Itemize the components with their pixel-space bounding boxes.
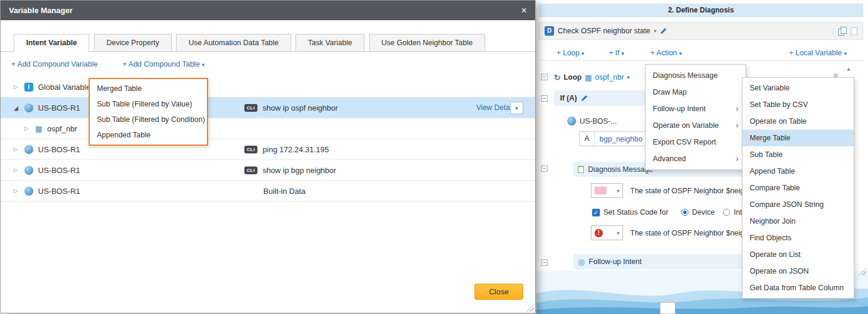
chevron-down-icon: ▾ [621, 51, 624, 56]
menu-item-compare-table[interactable]: Compare Table [743, 180, 854, 196]
menu-item-export-csv-report[interactable]: Export CSV Report [646, 134, 746, 150]
collapse-toggle[interactable]: − [541, 165, 548, 172]
menu-item-set-variable[interactable]: Set Variable [743, 80, 854, 96]
table-icon: ▦ [584, 73, 592, 82]
tab-task-variable[interactable]: Task Variable [295, 34, 364, 52]
tab-intent-variable[interactable]: Intent Variable [14, 34, 89, 52]
menu-item-merge-table[interactable]: Merge Table [743, 130, 854, 146]
collapse-arrow-icon[interactable]: ◢ [14, 105, 21, 111]
condition-variable: bgp_neighbo [595, 135, 642, 143]
tab-use-automation-data-table[interactable]: Use Automation Data Table [176, 34, 291, 52]
menu-item-compare-json-string[interactable]: Compare JSON String [743, 196, 854, 213]
menu-item-neighbor-join[interactable]: Neighbor Join [743, 213, 854, 230]
message-text[interactable]: The state of OSPF Neighbor $neig [630, 187, 744, 195]
menu-item-appended-table[interactable]: Appended Table [90, 127, 207, 143]
status-code-label: Set Status Code for [603, 208, 668, 216]
severity-select[interactable]: ! ▾ [591, 225, 623, 240]
menu-item-append-table[interactable]: Append Table [743, 163, 854, 180]
close-button[interactable]: Close [474, 284, 523, 300]
edit-icon[interactable] [660, 27, 667, 34]
table-icon: ▦ [35, 124, 42, 133]
dialog-resize-grip[interactable] [526, 303, 534, 312]
menu-item-operate-on-variable[interactable]: Operate on Variable› [646, 117, 746, 134]
tree-row-us-bos-r1-bgp[interactable]: ▷ US-BOS-R1 CLIshow ip bgp neighbor [1, 160, 535, 181]
tree-row-us-bos-r1-ping[interactable]: ▷ US-BOS-R1 CLIping 172.24.31.195 [1, 139, 535, 160]
menu-item-draw-map[interactable]: Draw Map [646, 84, 746, 101]
menu-item-operate-on-json[interactable]: Operate on JSON [743, 263, 854, 280]
radio-interface[interactable] [723, 209, 730, 216]
variable-manager-dialog: Variable Manager × Intent Variable Devic… [0, 0, 536, 313]
edit-icon[interactable] [581, 95, 588, 102]
add-loop-button[interactable]: + Loop ▾ [556, 49, 584, 57]
view-detail-dropdown[interactable]: ▾ [510, 102, 523, 114]
menu-item-sub-table-filtered-by-condition[interactable]: Sub Table (Filtered by Condition) [90, 112, 207, 127]
cli-badge: CLI [244, 167, 257, 174]
message-row: ▾ The state of OSPF Neighbor $neig [591, 183, 744, 198]
expand-arrow-icon[interactable]: ▷ [14, 146, 21, 152]
condition-prefix: A [580, 132, 595, 146]
copy-icon[interactable] [838, 27, 847, 36]
chevron-down-icon: ▾ [617, 230, 619, 236]
command-text: Built-in Data [263, 187, 306, 196]
clipboard-icon[interactable] [851, 27, 857, 35]
color-select[interactable]: ▾ [591, 183, 623, 198]
add-compound-variable-link[interactable]: + Add Compound Variable [11, 60, 98, 68]
loop-variable-link[interactable]: ospf_nbr [595, 73, 624, 81]
expand-arrow-icon[interactable]: ▷ [14, 167, 21, 173]
tree-row-label: US-BOS-R1 [38, 145, 80, 154]
tree-row-us-bos-r1-ospf[interactable]: ◢ US-BOS-R1 CLIshow ip ospf neighbor Vie… [1, 98, 535, 118]
tab-device-property[interactable]: Device Property [94, 34, 172, 52]
command-text: show ip bgp neighbor [263, 166, 336, 175]
collapse-toggle[interactable]: − [541, 95, 548, 102]
chevron-down-icon[interactable]: ▾ [654, 28, 657, 34]
collapse-toggle[interactable]: − [541, 259, 548, 266]
add-compound-table-link[interactable]: + Add Compound Table ▾ [122, 60, 205, 68]
tree-row-label: US-BOS-R1 [38, 166, 80, 175]
status-code-row: ✓ Set Status Code for Device Int [592, 208, 742, 216]
add-action-button[interactable]: + Action ▾ [650, 49, 682, 57]
diagnosis-message-label: Diagnosis Message [588, 165, 653, 174]
menu-item-operate-on-table[interactable]: Operate on Table [743, 113, 854, 130]
add-if-button[interactable]: + If ▾ [609, 49, 624, 57]
expand-arrow-icon[interactable]: ▷ [14, 84, 21, 90]
close-icon[interactable]: × [521, 5, 527, 16]
view-detail-link[interactable]: View Detail [476, 103, 513, 112]
menu-item-sub-table-filtered-by-value[interactable]: Sub Table (Filtered by Value) [90, 96, 207, 112]
chevron-down-icon: ▾ [679, 51, 682, 56]
tree-row-us-bos-r1-builtin[interactable]: ▷ US-BOS-R1 Built-in Data [1, 181, 535, 202]
menu-item-find-objects[interactable]: Find Objects [743, 230, 854, 246]
message-text[interactable]: The state of OSPF Neighbor $neig [630, 229, 744, 237]
condition-box[interactable]: A bgp_neighbo [579, 131, 649, 146]
menu-item-advanced[interactable]: Advanced› [646, 150, 746, 167]
tree-row-ospf-nbr[interactable]: ▷ ▦ ospf_nbr [1, 118, 535, 139]
device-icon [24, 187, 33, 196]
menu-item-follow-up-intent[interactable]: Follow-up Intent› [646, 101, 746, 117]
radio-device[interactable] [681, 209, 688, 216]
menu-item-get-data-from-table-column[interactable]: Get Data from Table Column [743, 280, 854, 296]
expand-arrow-icon[interactable]: ▷ [14, 188, 21, 194]
menu-item-diagnosis-message[interactable]: Diagnosis Message [646, 67, 746, 84]
tab-bar: Intent Variable Device Property Use Auto… [1, 33, 535, 52]
panel-title: 2. Define Diagnosis [539, 4, 863, 17]
menu-item-sub-table[interactable]: Sub Table [743, 146, 854, 163]
scroll-up-arrow[interactable]: ▲ [846, 66, 851, 72]
tab-use-golden-neighbor-table[interactable]: Use Golden Neighbor Table [369, 34, 485, 52]
device-icon [24, 145, 33, 154]
diagnosis-section-header: D Check OSPF neighbor state ▾ [539, 22, 863, 40]
tree-row-global-variable[interactable]: ▷ I Global Variable [1, 77, 535, 98]
diagnosis-name[interactable]: Check OSPF neighbor state [558, 27, 650, 35]
expand-arrow-icon[interactable]: ▷ [24, 125, 32, 131]
radio-interface-label: Int [734, 208, 742, 216]
device-icon [24, 166, 33, 175]
menu-item-merged-table[interactable]: Merged Table [90, 81, 207, 96]
menu-item-operate-on-list[interactable]: Operate on List [743, 246, 854, 263]
add-local-variable-button[interactable]: + Local Variable ▾ [789, 49, 847, 57]
chevron-down-icon[interactable]: ▾ [627, 74, 630, 80]
checkbox-checked-icon[interactable]: ✓ [592, 209, 600, 216]
dialog-header: Variable Manager × [1, 1, 535, 20]
menu-item-set-table-by-csv[interactable]: Set Table by CSV [743, 96, 854, 113]
tree-row-label: US-BOS-R1 [38, 187, 80, 196]
loop-label: Loop [564, 73, 582, 81]
tree-row-label: Global Variable [38, 83, 90, 92]
collapse-toggle[interactable]: − [541, 74, 548, 80]
